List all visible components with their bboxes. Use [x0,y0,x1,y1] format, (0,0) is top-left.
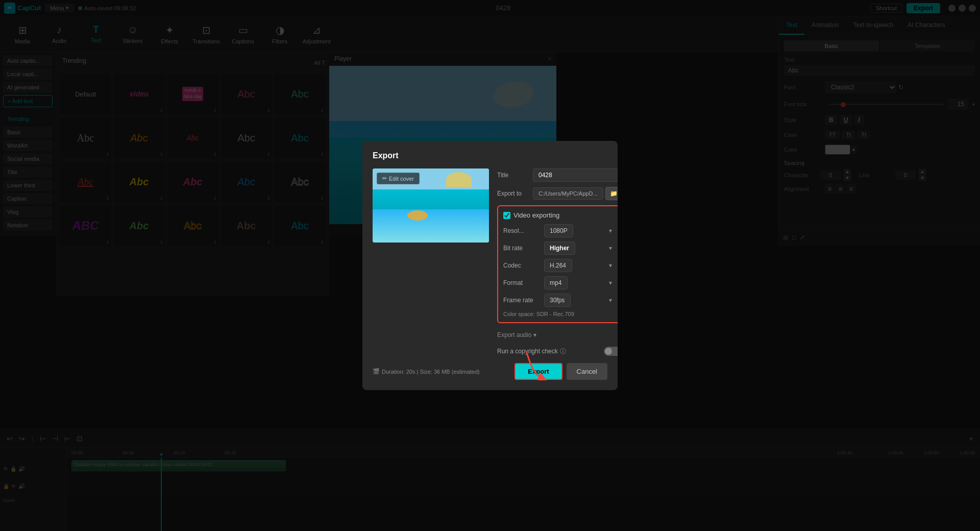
modal-body: ✏ Edit cover Title Export to C:/Users/My… [373,168,607,356]
resolution-field: Resol... 1080P [503,224,616,237]
video-export-section: Video exporting Resol... 1080P Bit rate [497,205,618,323]
resolution-select[interactable]: 1080P [544,224,573,237]
resolution-label: Resol... [503,227,544,234]
format-label: Format [503,279,544,286]
color-space: Color space: SDR - Rec.709 [503,311,616,317]
bitrate-label: Bit rate [503,245,544,252]
audio-export[interactable]: Export audio ▾ [497,328,618,342]
video-export-title: Video exporting [513,211,559,219]
format-select[interactable]: mp4 [544,276,568,289]
framerate-field: Frame rate 30fps [503,294,616,307]
video-checkbox[interactable] [503,212,510,219]
export-to-row: Export to C:/Users/MyPC/AppD... 📁 [497,187,618,200]
framerate-label: Frame rate [503,297,544,304]
cancel-button[interactable]: Cancel [567,363,607,380]
modal-footer: 🎬 Duration: 20s | Size: 36 MB (estimated… [373,363,607,380]
toggle-knob [605,348,612,355]
folder-button[interactable]: 📁 [605,187,618,200]
info-icon: ⓘ [560,347,566,356]
copyright-row: Run a copyright check ⓘ [497,347,618,356]
format-field: Format mp4 [503,276,616,289]
resolution-wrapper: 1080P [544,224,616,237]
duration-text: Duration: 20s | Size: 36 MB (estimated) [382,369,480,375]
bitrate-field: Bit rate Higher [503,242,616,255]
bitrate-select[interactable]: Higher [544,242,575,255]
modal-buttons: Export Cancel [514,363,607,380]
framerate-wrapper: 30fps [544,294,616,307]
codec-label: Codec [503,262,544,269]
framerate-select[interactable]: 30fps [544,294,571,307]
codec-field: Codec H.264 [503,259,616,272]
pencil-icon: ✏ [382,175,387,182]
export-to-label: Export to [497,190,533,197]
export-modal: Export ✏ Edit co [362,141,618,390]
modal-title: Export [373,151,607,160]
edit-cover-button[interactable]: ✏ Edit cover [377,173,420,184]
video-export-header: Video exporting [503,211,616,219]
modal-settings-col: Title Export to C:/Users/MyPC/AppD... 📁 … [489,168,618,356]
codec-wrapper: H.264 [544,259,616,272]
edit-cover-label: Edit cover [389,176,414,182]
export-path: C:/Users/MyPC/AppD... [533,187,603,200]
copyright-label: Run a copyright check ⓘ [497,347,566,356]
title-row: Title [497,168,618,182]
modal-overlay: Export ✏ Edit co [0,0,980,531]
modal-cover-area: ✏ Edit cover [373,168,489,243]
copyright-toggle[interactable] [604,347,618,356]
modal-cover-col: ✏ Edit cover [373,168,489,356]
duration-info: 🎬 Duration: 20s | Size: 36 MB (estimated… [373,368,480,375]
codec-select[interactable]: H.264 [544,259,572,272]
format-wrapper: mp4 [544,276,616,289]
bitrate-wrapper: Higher [544,242,616,255]
title-input[interactable] [533,168,618,182]
video-icon: 🎬 [373,368,380,375]
export-confirm-button[interactable]: Export [514,363,562,380]
title-label: Title [497,172,533,179]
